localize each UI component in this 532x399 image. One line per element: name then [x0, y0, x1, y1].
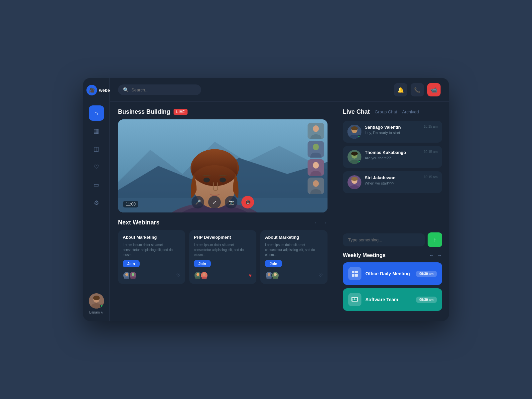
calendar-icon: ▦ [93, 127, 99, 135]
meeting-icon-1 [348, 293, 361, 306]
chat-message-0[interactable]: Santiago Valentín Hey, I'm ready to star… [343, 121, 442, 143]
send-button[interactable]: ↑ [428, 232, 442, 247]
favorite-icon-1[interactable]: ♥ [249, 273, 252, 278]
thumb-svg-2 [308, 141, 324, 158]
next-arrow-icon[interactable]: → [322, 220, 328, 226]
webinars-nav: ← → [314, 220, 328, 226]
tab-group-chat[interactable]: Group Chat [375, 109, 397, 114]
webinar-card-0: About Marketing Lorem ipsum dolor sit am… [118, 230, 185, 284]
webinar-footer-1: ♥ [194, 271, 252, 279]
webinar-desc-2: Lorem ipsum dolor sit amet consectetur a… [265, 242, 323, 257]
search-input[interactable] [131, 87, 196, 92]
webinar-title-2: About Marketing [265, 235, 323, 240]
live-badge: LIVE [174, 109, 188, 115]
thumb-svg-4 [308, 178, 324, 194]
logo-area: 🎥 webedu. [83, 85, 109, 95]
msg-avatar-2 [347, 175, 361, 189]
svg-point-37 [351, 152, 358, 156]
join-button-2[interactable]: Join [265, 260, 282, 267]
nav-item-favorites[interactable]: ♡ [89, 159, 104, 175]
meetings-section: Weekly Meetings ← → [343, 252, 442, 314]
svg-point-27 [203, 273, 205, 276]
nav-item-settings[interactable]: ⚙ [89, 195, 104, 210]
svg-point-31 [274, 273, 277, 276]
end-call-icon: 📵 [245, 200, 251, 205]
meeting-card-0[interactable]: Office Daily Meeting 09:30 am [343, 262, 442, 285]
prev-arrow-icon[interactable]: ← [314, 220, 320, 226]
home-icon: ⌂ [94, 110, 98, 117]
meetings-prev-icon[interactable]: ← [429, 252, 434, 258]
mic-button[interactable]: 🎤 [192, 196, 204, 208]
join-button-1[interactable]: Join [194, 260, 211, 267]
meeting-time-1: 09:30 am [416, 297, 437, 303]
notification-button[interactable]: 🔔 [394, 83, 407, 96]
nav-item-inbox[interactable]: ◫ [89, 141, 104, 157]
msg-avatar-1 [347, 150, 361, 164]
chat-message-2[interactable]: Siri Jakobsson When we start??? 10:15 am [343, 171, 442, 193]
video-player: 11:00 🎤 ⤢ 📷 [118, 119, 328, 212]
logo-icon: 🎥 [86, 85, 97, 95]
phone-button[interactable]: 📞 [411, 83, 424, 96]
svg-point-34 [351, 126, 358, 130]
video-section: Business Building LIVE [118, 108, 328, 212]
msg-name-0: Santiago Valentín [365, 125, 420, 130]
svg-point-40 [351, 177, 358, 181]
join-button-0[interactable]: Join [123, 260, 140, 267]
thumb-svg-3 [308, 159, 324, 176]
search-bar[interactable]: 🔍 [118, 84, 201, 95]
nav-item-calendar[interactable]: ▦ [89, 123, 104, 139]
avatar[interactable] [89, 293, 104, 309]
svg-point-21 [125, 273, 128, 276]
nav-items: ⌂ ▦ ◫ ♡ ▭ ⚙ [89, 105, 104, 293]
webinars-section: Next Webinars ← → About Marketing Lorem … [118, 219, 328, 284]
user-name: Bairam F. [89, 311, 103, 314]
thumbnail-3[interactable] [308, 159, 324, 176]
webinar-card-1: PHP Development Lorem ipsum dolor sit am… [189, 230, 256, 284]
msg-avatar-svg-2 [347, 175, 361, 189]
expand-button[interactable]: ⤢ [208, 196, 221, 208]
webinar-cards: About Marketing Lorem ipsum dolor sit am… [118, 230, 328, 284]
meetings-header: Weekly Meetings ← → [343, 252, 442, 258]
svg-point-25 [197, 273, 199, 276]
header: 🔍 🔔 📞 📹 [110, 78, 449, 102]
camera-button[interactable]: 📷 [225, 196, 237, 208]
video-button[interactable]: 📹 [427, 83, 441, 96]
webinar-title-1: PHP Development [194, 235, 252, 240]
webinar-avatar [200, 271, 208, 279]
nav-item-home[interactable]: ⌂ [89, 105, 104, 121]
svg-point-10 [203, 178, 210, 183]
expand-icon: ⤢ [212, 200, 216, 205]
webinar-desc-1: Lorem ipsum dolor sit amet consectetur a… [194, 242, 252, 257]
video-section-header: Business Building LIVE [118, 108, 328, 115]
meetings-next-icon[interactable]: → [437, 252, 442, 258]
chat-message-1[interactable]: Thomas Kukabango Are you there?? 10:15 a… [343, 146, 442, 168]
webinar-footer-0: ♡ [123, 271, 181, 279]
thumbnail-2[interactable] [308, 141, 324, 158]
nav-item-tv[interactable]: ▭ [89, 177, 104, 193]
svg-rect-43 [352, 274, 354, 277]
chat-input[interactable] [343, 233, 425, 246]
chat-header: Live Chat Group Chat Archived [343, 108, 442, 115]
chat-messages: Santiago Valentín Hey, I'm ready to star… [343, 121, 442, 227]
meeting-time-0: 09:30 am [416, 271, 437, 277]
tab-archived[interactable]: Archived [402, 109, 419, 114]
favorite-icon-0[interactable]: ♡ [176, 273, 181, 278]
webinar-card-2: About Marketing Lorem ipsum dolor sit am… [260, 230, 328, 284]
sidebar: 🎥 webedu. ⌂ ▦ ◫ ♡ ▭ ⚙ [83, 78, 110, 321]
thumbnail-4[interactable] [308, 178, 324, 194]
thumbnail-1[interactable] [308, 123, 324, 139]
search-icon: 🔍 [123, 87, 129, 92]
msg-avatar-0 [347, 125, 361, 139]
svg-rect-41 [352, 271, 354, 273]
msg-text-1: Are you there?? [365, 156, 420, 160]
phone-icon: 📞 [414, 87, 421, 93]
building-icon [351, 270, 359, 278]
video-icon: 📹 [431, 87, 437, 93]
wa-svg [272, 271, 279, 279]
favorite-icon-2[interactable]: ♡ [319, 273, 323, 278]
chat-input-area: ↑ [343, 232, 442, 247]
meeting-card-1[interactable]: Software Team 09:30 am [343, 288, 442, 311]
end-call-button[interactable]: 📵 [241, 196, 254, 208]
meeting-name-1: Software Team [365, 297, 412, 302]
svg-rect-47 [355, 298, 357, 300]
